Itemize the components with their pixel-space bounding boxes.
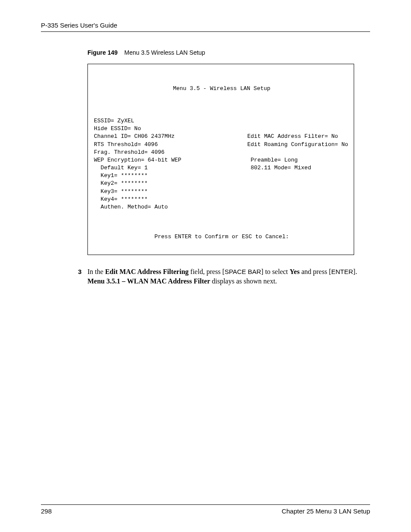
terminal-footer: Press ENTER to Confirm or ESC to Cancel: [94, 233, 349, 241]
figure-label: Figure 149 [87, 49, 118, 56]
step-text: ]. [353, 268, 357, 275]
figure-caption: Figure 149 Menu 3.5 Wireless LAN Setup [87, 49, 370, 56]
footer-row: 298 Chapter 25 Menu 3 LAN Setup [41, 507, 370, 515]
guide-title: P-335 Series User's Guide [41, 22, 370, 29]
terminal-screen: Menu 3.5 - Wireless LAN Setup ESSID= ZyX… [87, 64, 354, 255]
page-footer: 298 Chapter 25 Menu 3 LAN Setup [41, 504, 370, 515]
keycap-spacebar: SPACE BAR [224, 268, 261, 275]
step-text: and press [ [299, 268, 331, 275]
step-field-name: Edit MAC Address Filtering [105, 268, 189, 275]
terminal-left-column: ESSID= ZyXEL Hide ESSID= No Channel ID= … [94, 117, 247, 211]
keycap-enter: ENTER [331, 268, 353, 275]
figure-caption-text [119, 49, 125, 56]
terminal-body: ESSID= ZyXEL Hide ESSID= No Channel ID= … [94, 117, 349, 211]
step-number: 3 [78, 267, 81, 276]
terminal-title: Menu 3.5 - Wireless LAN Setup [94, 85, 349, 93]
chapter-title: Chapter 25 Menu 3 LAN Setup [282, 507, 370, 515]
figure-caption-text: Menu 3.5 Wireless LAN Setup [125, 49, 206, 56]
step-text: displays as shown next. [210, 277, 277, 285]
header-divider [41, 31, 370, 32]
step-instruction: 3 In the Edit MAC Address Filtering fiel… [87, 267, 370, 286]
step-text: In the [87, 268, 105, 275]
step-value-yes: Yes [290, 268, 299, 275]
terminal-right-column: Edit MAC Address Filter= No Edit Roaming… [247, 117, 348, 211]
footer-divider [41, 504, 370, 505]
step-menu-name: Menu 3.5.1 – WLAN MAC Address Filter [87, 277, 210, 285]
step-text: field, press [ [189, 268, 225, 275]
page-number: 298 [41, 507, 52, 515]
step-text: ] to select [261, 268, 290, 275]
